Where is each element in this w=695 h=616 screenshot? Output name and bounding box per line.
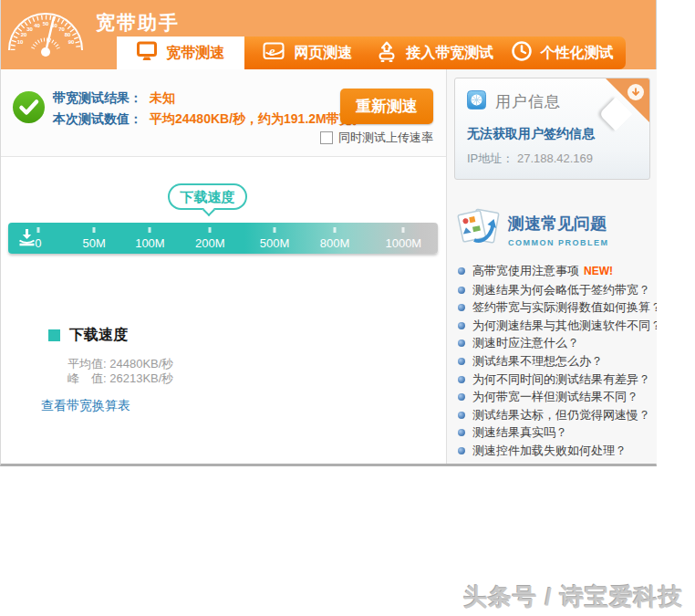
blue-dot-bullet-icon	[458, 412, 465, 419]
blue-dot-bullet-icon	[458, 447, 465, 454]
clock-icon	[511, 40, 533, 66]
blue-dot-bullet-icon	[458, 429, 465, 436]
result-label: 本次测试数值：	[53, 111, 142, 126]
svg-text:10: 10	[17, 39, 24, 45]
faq-item[interactable]: 测速控件加载失败如何处理？	[457, 442, 653, 460]
avg-value: 24480KB/秒	[109, 357, 173, 371]
faq-item[interactable]: 测试结果不理想怎么办？	[457, 352, 653, 371]
tab-label: 接入带宽测试	[406, 44, 493, 63]
scale-tick	[402, 227, 405, 233]
ip-label: IP地址：	[467, 151, 513, 165]
gauge-section: 下载速度 0 50M	[1, 157, 446, 272]
scale-label: 200M	[195, 236, 225, 250]
avg-speed-row: 平均值: 24480KB/秒	[67, 357, 446, 371]
bandwidth-conversion-link[interactable]: 查看带宽换算表	[41, 398, 130, 414]
scale-tick	[149, 227, 151, 233]
faq-item[interactable]: 为何测速结果与其他测速软件不同？	[457, 317, 653, 335]
tab-personalized-test[interactable]: 个性化测试	[499, 37, 627, 69]
sidebar: 用户信息 无法获取用户签约信息 IP地址： 27.188.42.169	[447, 69, 657, 464]
faq-item[interactable]: 测试结果达标，但仍觉得网速慢？	[457, 406, 653, 424]
speedometer-logo-icon: 102030 405060 708090	[5, 3, 86, 63]
blue-dot-bullet-icon	[458, 358, 465, 365]
peak-speed-row: 峰 值: 26213KB/秒	[67, 371, 446, 386]
blue-dot-bullet-icon	[458, 322, 465, 329]
upload-test-option: 同时测试上传速率	[320, 130, 433, 146]
upload-tray-icon	[376, 40, 398, 66]
download-speed-bubble: 下载速度	[168, 183, 247, 210]
peak-label: 峰 值:	[67, 371, 107, 385]
green-check-circle-icon	[12, 90, 46, 128]
bubble-label: 下载速度	[181, 189, 235, 204]
faq-subtitle: COMMON PROBLEM	[508, 238, 609, 247]
results-section: 带宽测试结果：未知 本次测试数值：平均24480KB/秒，约为191.2M带宽。…	[1, 69, 446, 157]
header: 102030 405060 708090 宽带助手 宽带测速	[1, 0, 656, 69]
bubble-tail	[202, 204, 215, 216]
result-row: 带宽测试结果：未知	[53, 88, 365, 109]
down-arrow-circle-icon[interactable]	[628, 84, 644, 100]
blue-ball-icon	[467, 90, 486, 113]
ip-value: 27.188.42.169	[517, 151, 593, 165]
result-row: 本次测试数值：平均24480KB/秒，约为191.2M带宽。	[53, 109, 365, 130]
user-info-title: 用户信息	[495, 91, 561, 112]
scale-tick	[333, 227, 336, 233]
faq-item[interactable]: 签约带宽与实际测得数值如何换算？	[457, 298, 653, 317]
blue-dot-bullet-icon	[458, 287, 465, 294]
blue-dot-bullet-icon	[458, 339, 465, 347]
faq-item[interactable]: 为何不同时间的测试结果有差异？	[457, 371, 653, 389]
tab-bar: 宽带测速 e 网页测速	[117, 37, 626, 69]
faq-header: 测速常见问题 COMMON PROBLEM	[457, 207, 653, 251]
svg-text:80: 80	[65, 32, 71, 37]
speed-scale-bar: 0 50M 100M 200M 500M 800M 1000M	[8, 223, 438, 254]
result-label: 带宽测试结果：	[53, 90, 142, 105]
user-info-card: 用户信息 无法获取用户签约信息 IP地址： 27.188.42.169	[454, 78, 650, 180]
app-title: 宽带助手	[96, 10, 180, 36]
documents-icon	[457, 207, 501, 251]
result-value: 平均24480KB/秒，约为191.2M带宽。	[150, 111, 365, 126]
new-badge: NEW!	[584, 265, 613, 277]
svg-text:30: 30	[26, 26, 33, 32]
details-section: 下载速度 平均值: 24480KB/秒 峰 值: 26213KB/秒 查看带宽换…	[1, 272, 446, 414]
ip-address-row: IP地址： 27.188.42.169	[467, 151, 649, 167]
faq-list: 高带宽使用注意事项NEW! 测速结果为何会略低于签约带宽？ 签约带宽与实际测得数…	[457, 262, 653, 460]
scale-tick	[274, 227, 276, 233]
result-rows: 带宽测试结果：未知 本次测试数值：平均24480KB/秒，约为191.2M带宽。	[53, 88, 365, 130]
svg-text:e: e	[269, 44, 275, 58]
faq-title: 测速常见问题	[508, 213, 609, 235]
watermark: 头条号 / 诗宝爱科技	[463, 581, 683, 613]
upload-checkbox[interactable]	[320, 131, 333, 144]
blue-dot-bullet-icon	[458, 267, 465, 275]
scale-label: 100M	[135, 236, 165, 250]
user-info-message: 无法获取用户签约信息	[467, 126, 649, 142]
scale-label: 500M	[260, 236, 290, 250]
faq-item[interactable]: 为何带宽一样但测试结果不同？	[457, 388, 653, 406]
faq-section: 测速常见问题 COMMON PROBLEM 高带宽使用注意事项NEW! 测速结果…	[457, 207, 653, 460]
main-panel: 带宽测试结果：未知 本次测试数值：平均24480KB/秒，约为191.2M带宽。…	[1, 69, 447, 464]
blue-dot-bullet-icon	[458, 376, 465, 383]
faq-item[interactable]: 测速时应注意什么？	[457, 334, 653, 352]
tab-webpage-speedtest[interactable]: e 网页测速	[244, 37, 372, 69]
svg-text:90: 90	[68, 39, 75, 45]
teal-legend-square-icon	[48, 329, 60, 341]
speed-stats: 平均值: 24480KB/秒 峰 值: 26213KB/秒	[67, 357, 446, 386]
scale-tick	[36, 227, 39, 233]
monitor-icon	[136, 40, 158, 66]
svg-text:20: 20	[21, 32, 27, 37]
tab-access-bandwidth-test[interactable]: 接入带宽测试	[371, 37, 499, 69]
retest-button[interactable]: 重新测速	[340, 89, 433, 124]
avg-label: 平均值:	[67, 357, 107, 371]
scale-label: 0	[35, 236, 41, 250]
faq-item[interactable]: 测速结果为何会略低于签约带宽？	[457, 281, 653, 299]
faq-item[interactable]: 测速结果真实吗？	[457, 423, 653, 442]
scale-label: 1000M	[385, 236, 421, 250]
faq-item[interactable]: 高带宽使用注意事项NEW!	[457, 262, 653, 281]
scale-tick	[93, 227, 96, 233]
result-value: 未知	[150, 90, 175, 105]
blue-dot-bullet-icon	[458, 304, 465, 311]
tab-label: 网页测速	[294, 44, 352, 63]
tab-broadband-speedtest[interactable]: 宽带测速	[117, 37, 244, 69]
peak-value: 26213KB/秒	[109, 371, 173, 385]
scale-tick	[209, 227, 212, 233]
scale-label: 50M	[83, 236, 106, 250]
details-title: 下载速度	[69, 326, 128, 345]
blue-dot-bullet-icon	[458, 393, 465, 401]
